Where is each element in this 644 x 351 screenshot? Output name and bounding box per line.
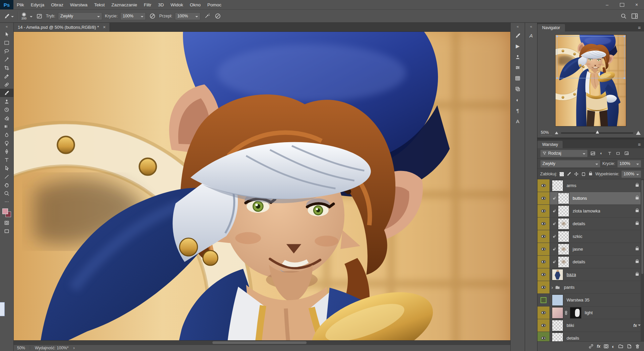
layer-name[interactable]: details [567, 336, 579, 341]
adjustments-panel-icon[interactable]: ◐ [511, 94, 525, 105]
layer-name[interactable]: zlota lamowka [573, 208, 600, 213]
layer-style-icon[interactable]: fx [597, 344, 600, 349]
path-selection-tool[interactable] [0, 164, 13, 172]
smoothing-pressure-toggle[interactable] [214, 12, 222, 20]
layer-mask-thumbnail[interactable] [570, 307, 581, 319]
clone-source-panel-icon[interactable] [511, 52, 525, 62]
visibility-toggle[interactable] [537, 179, 550, 192]
brush-tool[interactable] [0, 89, 13, 97]
panel-menu-icon[interactable]: ≡ [635, 141, 644, 148]
layer-thumbnail[interactable] [552, 333, 563, 342]
layer-thumbnail[interactable] [558, 205, 569, 217]
restore-button[interactable] [615, 0, 629, 9]
paragraph-panel-icon[interactable]: ¶ [511, 105, 525, 116]
document-tab[interactable]: 14 - Amelia.psd @ 50% (buttons,RGB/8) * … [14, 23, 110, 31]
menu-3d[interactable]: 3D [155, 0, 167, 9]
blend-mode-select[interactable]: Zwykły [58, 12, 102, 20]
eraser-tool[interactable] [0, 114, 13, 122]
tool-preset-picker[interactable] [3, 13, 15, 20]
color-swatches[interactable] [2, 208, 11, 217]
close-button[interactable]: × [629, 0, 644, 9]
tab-warstwy[interactable]: Warstwy [537, 141, 563, 148]
pen-tool[interactable] [0, 147, 13, 156]
status-chevron-icon[interactable]: › [73, 346, 75, 350]
horizontal-scrollbar[interactable] [14, 340, 510, 345]
filter-smart-object-icon[interactable] [623, 150, 630, 157]
new-group-icon[interactable] [618, 344, 624, 349]
link-layers-icon[interactable] [588, 344, 594, 349]
search-icon[interactable] [621, 13, 627, 19]
lock-position-icon[interactable] [574, 171, 579, 177]
layer-effects-badge[interactable]: fx [633, 323, 641, 328]
panel-menu-icon[interactable]: ≡ [635, 24, 644, 31]
add-adjustment-icon[interactable]: ◐ [612, 344, 615, 349]
layer-row-arms[interactable]: arms [537, 179, 644, 192]
menu-widok[interactable]: Widok [167, 0, 187, 9]
brush-size-picker[interactable]: 200 [21, 12, 27, 20]
visibility-toggle[interactable] [537, 217, 550, 230]
layer-row-light[interactable]: light [537, 306, 644, 319]
visibility-toggle[interactable] [537, 192, 550, 204]
layer-filter-select[interactable]: Rodzaj [540, 150, 588, 157]
zoom-slider[interactable] [561, 133, 633, 134]
layer-thumbnail[interactable] [558, 218, 569, 230]
layer-name[interactable]: buttons [573, 196, 587, 201]
actions-panel-icon[interactable]: ▶ [511, 41, 525, 52]
menu-pomoc[interactable]: Pomoc [204, 0, 225, 9]
brush-settings-toggle[interactable] [35, 12, 43, 20]
layer-name[interactable]: baza [567, 272, 576, 277]
layer-thumbnail[interactable] [552, 294, 563, 306]
character-panel-icon[interactable]: A [511, 116, 525, 126]
menu-okno[interactable]: Okno [186, 0, 204, 9]
lock-artboard-icon[interactable] [581, 171, 586, 177]
visibility-toggle[interactable] [537, 230, 550, 243]
layer-thumbnail[interactable] [552, 269, 563, 280]
history-brush-tool[interactable] [0, 105, 13, 114]
brush-settings-panel-icon[interactable] [511, 30, 525, 41]
layer-group-pants[interactable]: › pants [537, 281, 644, 294]
layer-name[interactable]: details [573, 221, 585, 226]
visibility-toggle[interactable] [537, 319, 550, 332]
layer-name[interactable]: bliki [567, 323, 574, 328]
layer-row-szkic[interactable]: szkic [537, 230, 644, 243]
quick-selection-tool[interactable] [0, 55, 13, 64]
shape-tool[interactable] [0, 172, 13, 181]
move-tool[interactable] [0, 30, 13, 38]
layer-name[interactable]: Warstwa 35 [567, 297, 589, 302]
visibility-toggle[interactable] [537, 243, 550, 255]
layer-thumbnail[interactable] [552, 307, 563, 319]
layer-row-bliki[interactable]: bliki fx [537, 319, 644, 332]
swatches-panel-icon[interactable] [511, 84, 525, 94]
layer-row-details-3[interactable]: details [537, 332, 644, 341]
new-layer-icon[interactable] [627, 344, 632, 349]
minimize-button[interactable]: – [600, 0, 615, 9]
flow-field[interactable]: 100% [175, 12, 200, 20]
visibility-toggle[interactable] [537, 268, 550, 281]
menu-edycja[interactable]: Edycja [27, 0, 48, 9]
tab-navigator[interactable]: Navigator [537, 24, 565, 31]
airbrush-toggle[interactable] [203, 12, 211, 20]
lock-transparency-icon[interactable] [559, 171, 565, 177]
dock-collapse-icon[interactable]: « [511, 23, 525, 30]
lock-pixels-icon[interactable] [566, 171, 572, 177]
layer-name[interactable]: details [573, 259, 585, 264]
opacity-pressure-toggle[interactable] [148, 12, 156, 20]
layer-row-jasne[interactable]: jasne [537, 243, 644, 256]
more-tools[interactable]: ⋯ [0, 197, 13, 206]
layer-opacity-field[interactable]: 100% [617, 160, 641, 168]
gradient-tool[interactable] [0, 122, 13, 130]
quick-mask-toggle[interactable] [0, 218, 13, 227]
lock-all-icon[interactable] [588, 171, 593, 177]
character-styles-panel-icon[interactable]: A [525, 30, 537, 41]
eyedropper-tool[interactable] [0, 72, 13, 80]
screen-mode-toggle[interactable] [0, 227, 13, 235]
dock-collapse-icon[interactable]: « [525, 23, 537, 30]
layer-blend-mode-select[interactable]: Zwykły [540, 160, 600, 168]
layer-row-warstwa-35[interactable]: Warstwa 35 [537, 294, 644, 306]
filter-type-icon[interactable] [606, 150, 613, 157]
layer-name[interactable]: pants [564, 285, 575, 290]
layer-row-buttons[interactable]: buttons [537, 192, 644, 205]
fill-field[interactable]: 100% [621, 170, 641, 178]
layers-scrollbar[interactable] [641, 179, 644, 341]
layer-row-details-1[interactable]: details [537, 217, 644, 230]
